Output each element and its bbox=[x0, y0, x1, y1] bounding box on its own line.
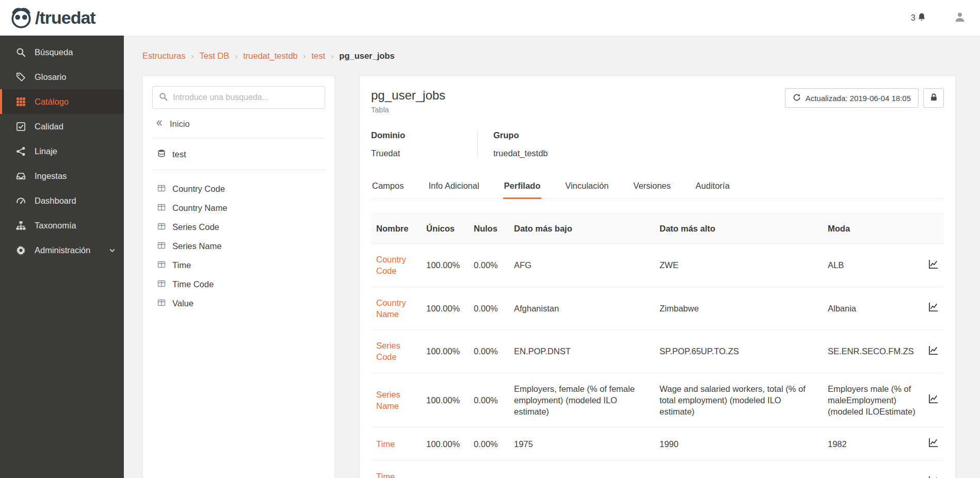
tree-root-label: test bbox=[172, 150, 186, 159]
tree-column-time-code[interactable]: Time Code bbox=[157, 275, 325, 294]
field-link[interactable]: Country Name bbox=[376, 298, 406, 319]
sidebar-item-catalogo[interactable]: Catálogo bbox=[0, 89, 124, 114]
brand-text: /truedat bbox=[35, 8, 95, 28]
chart-line-icon[interactable] bbox=[928, 345, 939, 355]
refresh-updated-button[interactable]: Actualizada: 2019-06-04 18:05 bbox=[785, 88, 919, 108]
lock-button[interactable] bbox=[923, 88, 944, 108]
sidebar-item-label: Dashboard bbox=[35, 196, 76, 206]
tab-info-adicional[interactable]: Info Adicional bbox=[427, 176, 480, 199]
chart-line-icon[interactable] bbox=[928, 475, 939, 478]
notifications-button[interactable]: 3 bbox=[911, 12, 926, 24]
tree-column-label: Series Code bbox=[172, 222, 219, 232]
table-column-icon bbox=[157, 260, 166, 271]
sidebar: Búsqueda Glosario Catálogo Calidad Linaj… bbox=[0, 36, 124, 478]
field-link[interactable]: Time bbox=[376, 439, 395, 449]
tree-column-label: Country Code bbox=[172, 184, 225, 194]
tree-back-inicio[interactable]: Inicio bbox=[152, 109, 325, 139]
breadcrumb-link-estructuras[interactable]: Estructuras bbox=[142, 51, 185, 61]
unique-pct: 100.00% bbox=[421, 287, 469, 330]
sidebar-item-calidad[interactable]: Calidad bbox=[0, 114, 124, 139]
lowest-value: Afghanistan bbox=[509, 287, 654, 330]
profiling-table: Nombre Únicos Nulos Dato más bajo Dato m… bbox=[371, 213, 944, 478]
null-pct: 0.00% bbox=[469, 427, 509, 460]
table-column-icon bbox=[157, 184, 166, 194]
chart-line-icon[interactable] bbox=[928, 259, 939, 269]
owl-logo-icon bbox=[9, 5, 33, 31]
field-link[interactable]: Time Code bbox=[376, 472, 396, 478]
breadcrumb: Estructuras › Test DB › truedat_testdb ›… bbox=[142, 51, 956, 61]
tree-column-value[interactable]: Value bbox=[157, 294, 325, 313]
sidebar-item-taxonomia[interactable]: Taxonomía bbox=[0, 213, 124, 238]
page-title: pg_user_jobs bbox=[371, 88, 445, 103]
tab-auditoria[interactable]: Auditoría bbox=[695, 176, 731, 199]
unique-pct: 100.00% bbox=[421, 244, 469, 287]
lowest-value: Employers, female (% of female employmen… bbox=[509, 373, 654, 427]
structure-detail-panel: pg_user_jobs Tabla Actualizada: 2019-06-… bbox=[359, 75, 956, 478]
col-header-unicos: Únicos bbox=[421, 214, 469, 244]
tab-campos[interactable]: Campos bbox=[371, 176, 405, 199]
col-header-dato-mas-bajo: Dato más bajo bbox=[509, 214, 654, 244]
table-row: Series Name 100.00% 0.00% Employers, fem… bbox=[371, 373, 944, 427]
tree-root-item[interactable]: test bbox=[152, 139, 325, 170]
tab-perfilado[interactable]: Perfilado bbox=[503, 176, 542, 199]
mode-value: 1982 bbox=[823, 427, 922, 460]
structure-type-label: Tabla bbox=[371, 106, 445, 114]
table-row: Country Name 100.00% 0.00% Afghanistan Z… bbox=[371, 287, 944, 330]
tree-column-country-name[interactable]: Country Name bbox=[157, 199, 325, 218]
user-menu-button[interactable] bbox=[954, 11, 966, 25]
breadcrumb-separator: › bbox=[235, 52, 237, 60]
sidebar-item-label: Ingestas bbox=[35, 171, 67, 181]
sidebar-item-linaje[interactable]: Linaje bbox=[0, 139, 124, 163]
tree-column-label: Value bbox=[172, 299, 194, 308]
group-label: Grupo bbox=[493, 130, 548, 140]
grid-icon bbox=[14, 97, 27, 107]
null-pct: 0.00% bbox=[469, 373, 509, 427]
truedat-logo[interactable]: /truedat bbox=[9, 5, 95, 31]
sidebar-item-dashboard[interactable]: Dashboard bbox=[0, 188, 124, 213]
table-column-icon bbox=[157, 222, 166, 233]
col-header-dato-mas-alto: Dato más alto bbox=[654, 214, 823, 244]
table-column-icon bbox=[157, 299, 166, 309]
tree-column-series-name[interactable]: Series Name bbox=[157, 237, 325, 256]
tree-column-label: Time Code bbox=[172, 279, 214, 289]
breadcrumb-separator: › bbox=[191, 52, 194, 60]
field-link[interactable]: Series Code bbox=[376, 341, 400, 361]
chart-line-icon[interactable] bbox=[928, 393, 939, 404]
check-square-icon bbox=[14, 122, 27, 131]
unique-pct: 100.00% bbox=[421, 330, 469, 373]
detail-tabs: Campos Info Adicional Perfilado Vinculac… bbox=[371, 176, 944, 199]
tab-versiones[interactable]: Versiones bbox=[632, 176, 671, 199]
breadcrumb-link-testdb[interactable]: Test DB bbox=[199, 51, 229, 61]
chevron-down-icon bbox=[109, 247, 116, 254]
search-icon bbox=[159, 92, 168, 103]
chart-line-icon[interactable] bbox=[928, 437, 939, 448]
tree-column-country-code[interactable]: Country Code bbox=[157, 179, 325, 199]
lock-icon bbox=[929, 93, 938, 103]
updated-label: Actualizada: 2019-06-04 18:05 bbox=[806, 94, 911, 103]
tab-vinculacion[interactable]: Vinculación bbox=[564, 176, 609, 199]
highest-value: Wage and salaried workers, total (% of t… bbox=[654, 373, 823, 427]
tree-column-label: Series Name bbox=[172, 241, 221, 251]
breadcrumb-link-test[interactable]: test bbox=[312, 51, 326, 61]
tree-column-list: Country Code Country Name Series Code Se… bbox=[152, 170, 325, 313]
field-link[interactable]: Series Name bbox=[376, 390, 400, 410]
sidebar-item-glosario[interactable]: Glosario bbox=[0, 64, 124, 89]
sidebar-item-busqueda[interactable]: Búsqueda bbox=[0, 40, 124, 64]
field-link[interactable]: Country Code bbox=[376, 255, 406, 275]
tree-back-label: Inicio bbox=[170, 119, 190, 129]
unique-pct: 100.00% bbox=[421, 460, 469, 478]
tree-column-label: Country Name bbox=[172, 203, 227, 213]
mode-value: ALB bbox=[823, 244, 922, 287]
tree-column-time[interactable]: Time bbox=[157, 256, 325, 275]
highest-value: ZWE bbox=[654, 244, 823, 287]
null-pct: 0.00% bbox=[469, 287, 509, 330]
chart-line-icon[interactable] bbox=[928, 302, 939, 312]
sidebar-item-administracion[interactable]: Administración bbox=[0, 238, 124, 262]
refresh-icon bbox=[793, 93, 801, 103]
sidebar-item-ingestas[interactable]: Ingestas bbox=[0, 163, 124, 188]
tree-column-series-code[interactable]: Series Code bbox=[157, 218, 325, 237]
breadcrumb-link-truedat-testdb[interactable]: truedat_testdb bbox=[243, 51, 298, 61]
tree-search-input[interactable] bbox=[173, 93, 318, 102]
highest-value: YR1990 bbox=[654, 460, 823, 478]
table-row: Time Code 100.00% 0.00% YR1975 YR1990 YR… bbox=[371, 460, 944, 478]
